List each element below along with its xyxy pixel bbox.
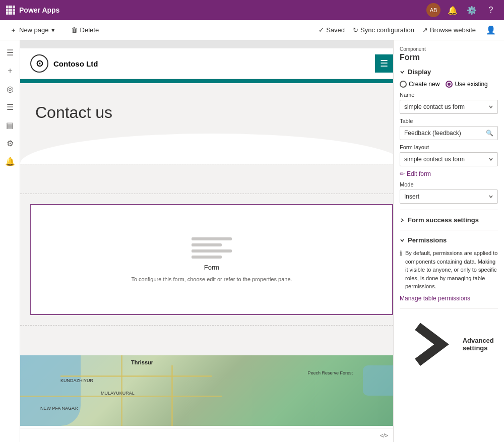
plus-icon: ＋ [10,26,17,35]
form-placeholder-desc: To configure this form, choose edit or r… [131,276,292,282]
divider-3 [400,308,498,308]
sidebar-data-icon[interactable]: ☰ [2,99,18,115]
site-logo-text: Contoso Ltd [53,59,98,68]
new-page-button[interactable]: ＋ New page ▾ [6,24,59,37]
external-link-icon: ↗ [422,26,428,34]
form-layout-dropdown[interactable]: simple contact us form [400,152,498,166]
component-name: Form [400,53,498,62]
search-icon: 🔍 [486,130,493,137]
permissions-info: ℹ By default, permissions are applied to… [400,249,498,291]
form-icon-line-4 [192,256,222,259]
radio-group-mode: Create new Use existing [400,81,498,88]
name-dropdown-value: simple contact us form [404,103,465,110]
info-icon: ℹ [400,249,402,291]
form-layout-value: simple contact us form [404,156,465,163]
map-label-4: Peech Reserve Forest [307,370,353,375]
mode-value: Insert [404,193,419,200]
chevron-right-advanced-icon [400,314,460,374]
canvas-content: ⊙ Contoso Ltd ☰ Contact us [20,48,393,441]
map-water-2 [363,365,393,396]
radio-circle-existing [446,81,453,88]
map-road-1 [60,375,212,377]
table-value: Feedback (feedback) [404,130,461,137]
right-panel: Component Form Display Create new Use ex… [393,40,504,442]
code-symbol[interactable]: </> [380,432,388,438]
display-section-header[interactable]: Display [400,68,498,76]
sidebar-add-icon[interactable]: ＋ [2,62,18,79]
site-logo: ⊙ Contoso Ltd [30,54,98,73]
form-icon-line-3 [192,249,232,252]
map-section: Thrissur KUNDAZHIYUR MULAYUKURAL NEW PFA… [20,355,393,426]
table-search-input[interactable]: Feedback (feedback) 🔍 [400,126,498,140]
form-placeholder[interactable]: Form To configure this form, choose edit… [30,204,393,315]
map-label-2: MULAYUKURAL [101,391,135,396]
radio-circle-create [400,81,407,88]
form-icon-line-1 [192,237,232,240]
name-dropdown[interactable]: simple contact us form [400,100,498,114]
form-layout-label: Form layout [400,144,498,150]
mode-dropdown[interactable]: Insert [400,190,498,204]
radio-use-existing[interactable]: Use existing [446,81,487,88]
section-gap-1 [20,164,393,194]
app-name: Power Apps [19,6,59,14]
mode-field-label: Mode [400,181,498,187]
notification-icon[interactable]: 🔔 [446,3,460,17]
name-field-label: Name [400,92,498,98]
app-logo: Power Apps [6,6,59,15]
name-chevron-icon [488,104,493,109]
hero-section: Contact us [20,83,393,164]
map-city-label: Thrissur [131,359,153,365]
manage-permissions-link[interactable]: Manage table permissions [400,295,470,302]
topbar: Power Apps AB 🔔 ⚙️ ? [0,0,504,20]
sync-icon: ↻ [353,26,358,34]
sidebar-notifications-icon[interactable]: 🔔 [2,153,18,169]
map-label-1: KUNDAZHIYUR [60,378,93,383]
sidebar-settings-icon[interactable]: ⚙ [2,135,18,151]
chevron-down-permissions-icon [400,238,405,243]
permissions-text: By default, permissions are applied to c… [405,249,498,291]
divider-1 [400,210,498,210]
logo-circle: ⊙ [30,54,48,73]
hero-title: Contact us [35,103,388,122]
grid-icon [6,6,15,15]
sidebar-media-icon[interactable]: ▤ [2,117,18,133]
map-background: Thrissur KUNDAZHIYUR MULAYUKURAL NEW PFA… [20,355,393,426]
map-water-1 [20,355,81,426]
saved-status: ✓ Saved [319,26,345,34]
chevron-down-display-icon [400,70,405,75]
canvas-area: ⊙ Contoso Ltd ☰ Contact us [20,40,393,442]
divider-2 [400,230,498,230]
mode-chevron-icon [488,194,493,199]
site-header: ⊙ Contoso Ltd ☰ [20,48,393,79]
hero-curve-decoration [20,134,393,164]
form-section[interactable]: Form To configure this form, choose edit… [20,194,393,325]
chevron-right-success-icon [400,218,405,223]
map-road-4 [171,365,173,426]
radio-create-new[interactable]: Create new [400,81,439,88]
settings-icon[interactable]: ⚙️ [465,3,479,17]
edit-form-link[interactable]: ✏ Edit form [400,170,498,177]
form-icon-line-2 [192,243,222,246]
pencil-icon: ✏ [400,170,405,177]
table-field-label: Table [400,118,498,124]
permissions-section-header[interactable]: Permissions [400,236,498,244]
form-layout-chevron-icon [488,157,493,162]
main-layout: ☰ ＋ ◎ ☰ ▤ ⚙ 🔔 ⊙ Contoso Ltd ☰ Contact us [0,40,504,442]
avatar[interactable]: AB [426,3,440,17]
hamburger-button[interactable]: ☰ [375,54,393,73]
chevron-down-icon: ▾ [51,26,55,34]
user-icon[interactable]: 👤 [484,23,498,37]
sidebar-pages-icon[interactable]: ☰ [2,44,18,60]
form-success-section-header[interactable]: Form success settings [400,216,498,224]
form-icon [192,237,232,259]
left-sidebar: ☰ ＋ ◎ ☰ ▤ ⚙ 🔔 [0,40,20,442]
advanced-section-header[interactable]: Advanced settings [400,314,498,374]
toolbar: ＋ New page ▾ 🗑 Delete ✓ Saved ↻ Sync con… [0,20,504,40]
help-icon[interactable]: ? [484,3,498,17]
component-label: Component [400,46,498,52]
sync-button[interactable]: ↻ Sync configuration [353,26,414,34]
sidebar-components-icon[interactable]: ◎ [2,81,18,97]
blue-accent-bar [20,79,393,83]
delete-button[interactable]: 🗑 Delete [67,24,103,36]
browse-website-button[interactable]: ↗ Browse website [422,26,476,34]
